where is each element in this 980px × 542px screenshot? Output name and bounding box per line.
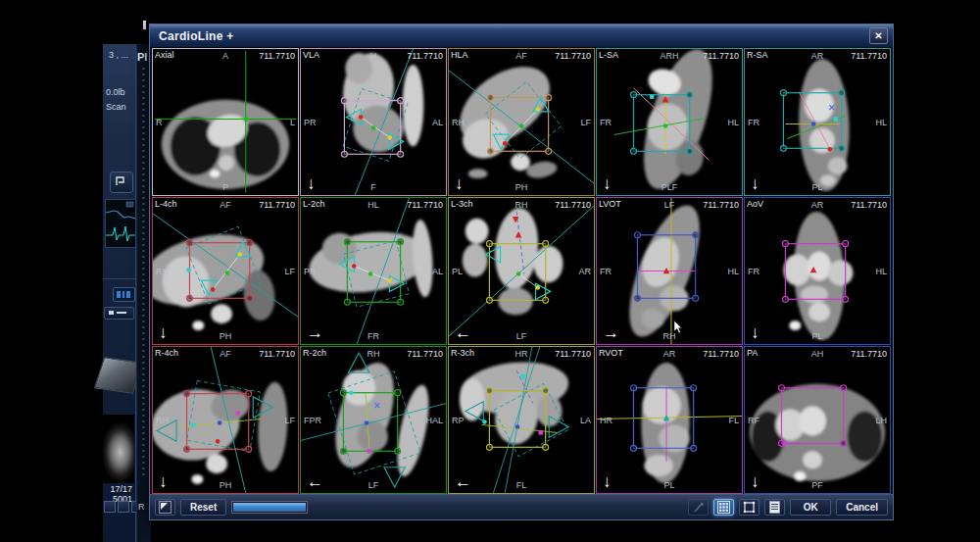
pointer-icon [693,502,705,514]
viewport-r-sa[interactable]: R-SAAR711.7710FRHLPL↓ [744,48,891,196]
orientation-bottom: PF [745,481,890,490]
orientation-left: FR [600,118,612,126]
viewport-r-2ch[interactable]: R-2chRH711.7710FPRHALLF← [300,346,447,494]
scroll-arrow-icon[interactable]: ↓ [603,473,612,490]
mri-image-hla [449,49,594,195]
sidebar-scan-label: Scan [106,102,126,112]
thumb-icon-1[interactable] [104,501,116,513]
viewport-grid: AxialA711.7710RLPVLAH711.7710PRALF↓HLAAF… [151,47,892,495]
slice-value: 711.7710 [703,52,739,61]
orientation-bottom: F [301,183,446,192]
scroll-arrow-icon[interactable]: ↓ [603,175,612,192]
scroll-arrow-icon[interactable]: ↓ [159,324,168,341]
grid-layout-button[interactable] [713,499,734,516]
pi-label: PI [137,51,147,63]
cardioline-window: CardioLine + ✕ AxialA711.7710RLPVLAH711.… [149,24,894,520]
corner-tool-button[interactable] [155,499,175,516]
viewport-vla[interactable]: VLAH711.7710PRALF↓ [300,48,447,196]
viewport-aov[interactable]: AoVAR711.7710FRHLPL↓ [744,197,891,345]
orientation-bottom: PH [449,183,594,192]
orientation-right: LA [580,416,591,424]
orientation-right: AL [432,267,443,275]
sidebar-divider [103,278,135,279]
window-title-bar[interactable]: CardioLine + ✕ [150,25,893,48]
scroll-arrow-icon[interactable]: ↓ [455,175,464,192]
lcd-display [113,287,135,302]
orientation-right: FL [728,416,739,424]
scroll-arrow-icon[interactable]: ← [307,473,323,490]
thumb-icon-2[interactable] [118,501,129,513]
close-button[interactable]: ✕ [869,27,888,44]
scroll-arrow-icon[interactable]: ↓ [751,473,760,490]
viewport-r-3ch[interactable]: R-3chHR711.7710RPLAFL← [448,346,595,494]
orientation-bottom: PL [597,481,742,490]
scroll-arrow-icon[interactable]: ← [455,324,471,341]
viewport-l-sa[interactable]: L-SAARH711.7710FRHLPLF↓ [596,48,743,196]
image-counter: 17/17 [110,484,132,494]
sidebar-info-text: 3 , ... [109,50,128,60]
slice-value: 711.7710 [851,52,887,61]
cancel-button[interactable]: Cancel [836,499,888,516]
cancel-label: Cancel [846,502,878,513]
orientation-right: AL [432,118,443,126]
mri-image-vla [301,49,446,195]
orientation-right: AR [578,267,591,275]
scroll-arrow-icon[interactable]: → [603,324,619,341]
slice-value: 711.7710 [851,201,887,210]
orientation-left: RP [452,416,465,424]
orientation-bottom: PH [153,481,298,490]
viewport-r-4ch[interactable]: R-4chAF711.7710RHLFPH↓ [152,346,299,494]
orientation-left: PL [452,267,463,275]
waveform-icon[interactable] [126,202,133,207]
pointer-tool-button[interactable] [688,499,709,516]
flag-icon [111,172,130,190]
orientation-right: LH [875,416,887,424]
orientation-left: PR [304,267,317,275]
mri-image-r-2ch [301,347,446,493]
ok-button[interactable]: OK [790,499,831,516]
scroll-arrow-icon[interactable]: ↓ [751,175,760,192]
progress-bar[interactable] [231,501,308,514]
series-thumbnail[interactable] [103,415,134,483]
slice-value: 711.7710 [407,52,443,61]
viewport-l-3ch[interactable]: L-3chRH711.7710PLARLF← [448,197,595,345]
orientation-right: HL [727,118,739,126]
mri-image-rvot [597,347,742,493]
scroll-arrow-icon[interactable]: ↓ [307,175,316,192]
slice-value: 711.7710 [703,350,739,359]
background-sidebar: 3 , ... 0.0lb Scan 17/17 5001 [103,44,136,542]
scroll-arrow-icon[interactable]: ↓ [751,324,760,341]
waveform-panel [105,199,136,248]
viewport-hla[interactable]: HLAAF711.7710RHLFPH↓ [448,48,595,196]
slice-value: 711.7710 [259,350,295,359]
orientation-bottom: PL [745,183,890,192]
orientation-bottom: PL [745,332,890,341]
launch-button[interactable] [104,307,134,320]
mri-image-pa [745,347,890,493]
orientation-left: PR [304,118,317,126]
mri-image-r-sa [745,49,890,195]
viewport-l-4ch[interactable]: L-4chAF711.7710RHLFPH↓ [152,197,299,345]
list-tool-button[interactable] [764,499,785,516]
slice-value: 711.7710 [851,350,887,359]
viewport-l-2ch[interactable]: L-2chHL711.7710PRALFR→ [300,197,447,345]
orientation-right: HAL [425,416,443,424]
orientation-right: LF [580,118,591,126]
viewport-axial[interactable]: AxialA711.7710RLP [152,48,299,196]
reset-button[interactable]: Reset [180,499,226,516]
orientation-left: FR [600,267,612,275]
orientation-left: RH [156,267,169,275]
mri-image-aov [745,198,890,344]
viewport-lvot[interactable]: LVOTLF711.7710FRHLRH→ [596,197,743,345]
scroll-arrow-icon[interactable]: ↓ [159,473,168,490]
orientation-left: FR [748,118,760,126]
sidebar-tool-button[interactable] [110,172,133,193]
viewport-rvot[interactable]: RVOTAR711.7710HRFLPL↓ [596,346,743,494]
scroll-arrow-icon[interactable]: ← [455,473,471,490]
scroll-arrow-icon[interactable]: → [307,324,323,341]
viewport-pa[interactable]: PAAH711.7710RFLHPF↓ [744,346,891,494]
background-window-fragment [143,21,146,29]
frame-tool-button[interactable] [739,499,760,516]
orientation-left: RH [156,416,169,424]
orientation-bottom: PH [153,332,298,341]
